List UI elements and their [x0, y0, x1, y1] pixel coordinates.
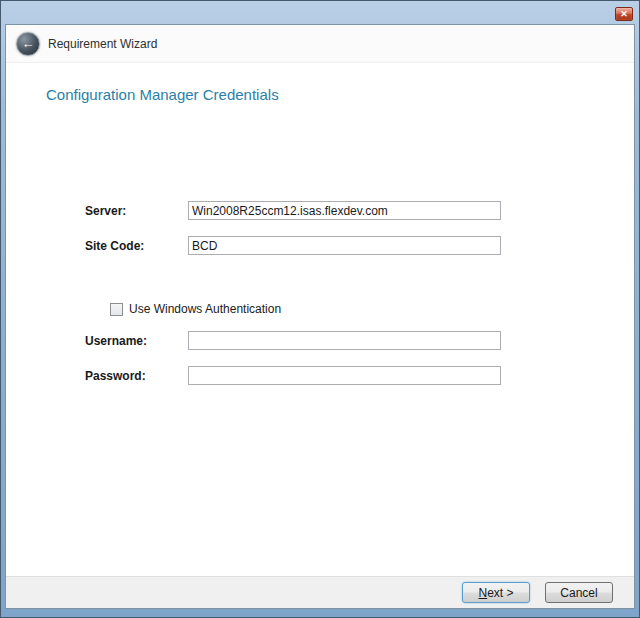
- windows-auth-label: Use Windows Authentication: [129, 302, 281, 316]
- wizard-title: Requirement Wizard: [48, 37, 157, 51]
- password-input[interactable]: [188, 366, 501, 385]
- wizard-client-area: ← Requirement Wizard Configuration Manag…: [5, 24, 635, 609]
- windows-auth-row: Use Windows Authentication: [110, 302, 281, 316]
- button-bar: Next > Cancel: [6, 576, 634, 608]
- next-button-accel: N: [478, 586, 487, 600]
- cancel-button[interactable]: Cancel: [545, 582, 613, 603]
- wizard-window: ✕ ← Requirement Wizard Configuration Man…: [0, 0, 640, 618]
- password-label: Password:: [85, 369, 188, 383]
- server-row: Server:: [85, 201, 501, 220]
- site-code-row: Site Code:: [85, 236, 501, 255]
- username-input[interactable]: [188, 331, 501, 350]
- password-row: Password:: [85, 366, 501, 385]
- site-code-input[interactable]: [188, 236, 501, 255]
- next-button-label: ext >: [487, 586, 513, 600]
- page-title: Configuration Manager Credentials: [46, 86, 279, 103]
- close-icon[interactable]: ✕: [615, 7, 633, 21]
- windows-auth-checkbox[interactable]: [110, 303, 123, 316]
- site-code-label: Site Code:: [85, 239, 188, 253]
- username-row: Username:: [85, 331, 501, 350]
- wizard-header: ← Requirement Wizard: [6, 25, 634, 63]
- back-button[interactable]: ←: [16, 32, 40, 56]
- server-input[interactable]: [188, 201, 501, 220]
- next-button[interactable]: Next >: [462, 582, 530, 603]
- username-label: Username:: [85, 334, 188, 348]
- server-label: Server:: [85, 204, 188, 218]
